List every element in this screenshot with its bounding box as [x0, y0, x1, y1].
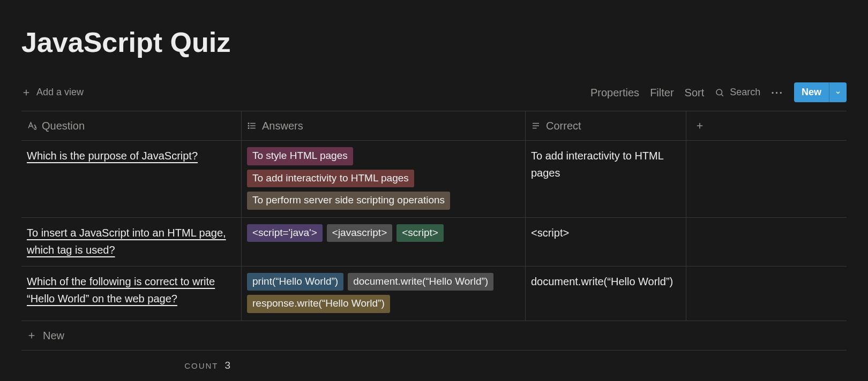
add-column-button[interactable] [686, 111, 847, 140]
empty-cell[interactable] [686, 266, 847, 321]
answer-tag[interactable]: To perform server side scripting operati… [247, 192, 450, 210]
svg-line-3 [722, 94, 723, 96]
answer-tag[interactable]: <javascript> [327, 224, 392, 242]
column-header-question[interactable]: Question [21, 111, 241, 140]
answer-tag[interactable]: document.write(“Hello World”) [348, 273, 493, 291]
plus-icon [27, 331, 36, 340]
row-count[interactable]: COUNT 3 [21, 350, 236, 374]
question-cell[interactable]: To insert a JavaScript into an HTML page… [21, 218, 241, 266]
table-footer: COUNT 3 [21, 350, 847, 374]
database-toolbar: Add a view Properties Filter Sort Search… [21, 79, 847, 105]
question-text[interactable]: Which of the following is correct to wri… [27, 276, 215, 304]
page-title[interactable]: JavaScript Quiz [21, 21, 847, 63]
answer-tag[interactable]: response.write(“Hello World”) [247, 295, 390, 313]
question-cell[interactable]: Which is the purpose of JavaScript? [21, 141, 241, 217]
column-header-label: Question [42, 118, 85, 134]
sort-button[interactable]: Sort [685, 85, 705, 101]
answer-tags: To style HTML pagesTo add interactivity … [247, 147, 520, 210]
search-label: Search [730, 85, 760, 100]
new-button-group: New [794, 82, 847, 102]
add-view-label: Add a view [36, 85, 84, 100]
text-property-icon [531, 121, 541, 131]
answer-tag[interactable]: print(“Hello World”) [247, 273, 343, 291]
table-row[interactable]: To insert a JavaScript into an HTML page… [21, 218, 847, 266]
column-header-correct[interactable]: Correct [525, 111, 686, 140]
svg-point-2 [716, 89, 722, 95]
plus-icon [695, 121, 705, 131]
search-icon [715, 88, 724, 97]
plus-icon [21, 88, 31, 97]
new-button[interactable]: New [794, 82, 829, 102]
table-header: Question Answers Correct [21, 111, 847, 141]
count-value: 3 [225, 360, 230, 371]
question-text[interactable]: To insert a JavaScript into an HTML page… [27, 227, 226, 256]
chevron-down-icon [835, 89, 841, 96]
answer-tag[interactable]: To add interactivity to HTML pages [247, 170, 414, 188]
correct-cell[interactable]: document.write(“Hello World”) [525, 266, 686, 321]
count-label: COUNT [184, 361, 218, 370]
answer-tags: <script='java'><javascript><script> [247, 224, 520, 242]
correct-cell[interactable]: <script> [525, 218, 686, 266]
column-header-label: Answers [262, 118, 303, 134]
filter-button[interactable]: Filter [650, 85, 674, 101]
correct-cell[interactable]: To add interactivity to HTML pages [525, 141, 686, 217]
answers-cell[interactable]: print(“Hello World”)document.write(“Hell… [241, 266, 525, 321]
answer-tag[interactable]: To style HTML pages [247, 147, 353, 165]
question-text[interactable]: Which is the purpose of JavaScript? [27, 150, 198, 162]
more-menu-button[interactable]: ··· [771, 85, 783, 101]
table-row[interactable]: Which is the purpose of JavaScript?To st… [21, 141, 847, 218]
answers-cell[interactable]: To style HTML pagesTo add interactivity … [241, 141, 525, 217]
answer-tag[interactable]: <script> [396, 224, 444, 242]
multiselect-property-icon [247, 121, 257, 131]
question-cell[interactable]: Which of the following is correct to wri… [21, 266, 241, 321]
table-row[interactable]: Which of the following is correct to wri… [21, 266, 847, 321]
title-property-icon [27, 121, 36, 131]
answer-tags: print(“Hello World”)document.write(“Hell… [247, 273, 520, 313]
svg-point-9 [248, 125, 249, 126]
new-dropdown-button[interactable] [829, 82, 847, 102]
empty-cell[interactable] [686, 141, 847, 217]
add-row-button[interactable]: New [21, 321, 847, 350]
answers-cell[interactable]: <script='java'><javascript><script> [241, 218, 525, 266]
add-row-label: New [43, 327, 64, 344]
column-header-answers[interactable]: Answers [241, 111, 525, 140]
svg-point-10 [248, 128, 249, 129]
search-button[interactable]: Search [715, 85, 760, 100]
answer-tag[interactable]: <script='java'> [247, 224, 323, 242]
add-view-button[interactable]: Add a view [21, 85, 84, 100]
column-header-label: Correct [546, 118, 581, 134]
database-table: Question Answers Correct Which is the [21, 111, 847, 373]
properties-button[interactable]: Properties [590, 85, 639, 101]
empty-cell[interactable] [686, 218, 847, 266]
svg-point-8 [248, 123, 249, 124]
